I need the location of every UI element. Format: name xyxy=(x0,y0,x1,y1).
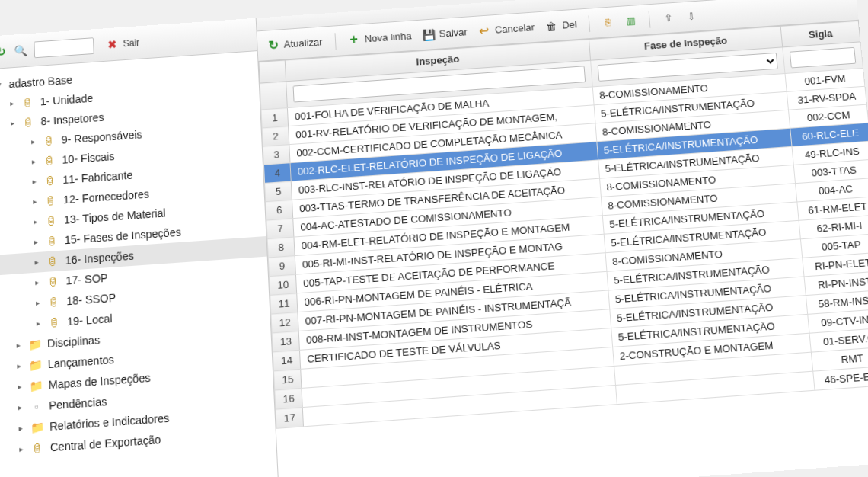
node-icon xyxy=(30,400,43,414)
db-icon xyxy=(46,255,59,268)
sidebar: Sair adastro Base 1- Unidade8- Inspetore… xyxy=(0,18,280,477)
refresh-icon xyxy=(266,39,279,52)
folder-icon xyxy=(29,379,42,392)
main-panel: PIPECONTROL Atualizar Nova linha Salvar … xyxy=(257,0,868,477)
move-up-icon[interactable] xyxy=(662,11,675,24)
tree-item-label: 19- Local xyxy=(67,308,113,331)
col-num[interactable] xyxy=(259,60,286,83)
save-icon xyxy=(422,28,435,41)
search-icon[interactable] xyxy=(14,44,27,57)
folder-icon xyxy=(29,358,42,372)
save-button[interactable]: Salvar xyxy=(422,26,468,41)
filter-sigla-input[interactable] xyxy=(790,47,856,69)
move-down-icon[interactable] xyxy=(685,10,697,23)
db-icon xyxy=(48,315,61,329)
exit-label: Sair xyxy=(123,37,139,49)
add-icon xyxy=(347,34,360,46)
exit-button[interactable]: Sair xyxy=(106,37,139,51)
trash-icon xyxy=(545,20,558,33)
db-icon xyxy=(21,96,34,109)
folder-icon xyxy=(28,338,41,351)
db-icon xyxy=(22,116,35,129)
db-icon xyxy=(47,296,60,309)
sidebar-search-input[interactable] xyxy=(34,37,94,58)
new-row-button[interactable]: Nova linha xyxy=(347,30,412,46)
refresh-button[interactable]: Atualizar xyxy=(266,36,323,52)
cancel-icon xyxy=(477,24,490,37)
folder-icon xyxy=(30,421,43,434)
columns-icon[interactable]: ▥ xyxy=(624,14,637,27)
delete-button[interactable]: Del xyxy=(545,18,578,33)
cancel-button[interactable]: Cancelar xyxy=(477,21,535,37)
tree-item-label: 17- SOP xyxy=(65,267,108,291)
db-icon xyxy=(43,154,56,167)
db-icon xyxy=(45,214,58,227)
db-icon xyxy=(46,235,59,248)
db-icon xyxy=(31,441,44,455)
refresh-icon[interactable] xyxy=(0,46,7,59)
grid-wrap[interactable]: Inspeção Fase de Inspeção Sigla 1001-FOL… xyxy=(258,21,868,477)
db-icon xyxy=(44,174,57,187)
db-icon xyxy=(44,194,57,207)
db-icon xyxy=(43,134,56,147)
data-grid: Inspeção Fase de Inspeção Sigla 1001-FOL… xyxy=(258,21,868,429)
close-icon xyxy=(106,37,119,50)
db-icon xyxy=(46,275,59,289)
export-icon[interactable]: ⎘ xyxy=(602,16,614,29)
tree: adastro Base 1- Unidade8- Inspetores9- R… xyxy=(0,51,276,472)
